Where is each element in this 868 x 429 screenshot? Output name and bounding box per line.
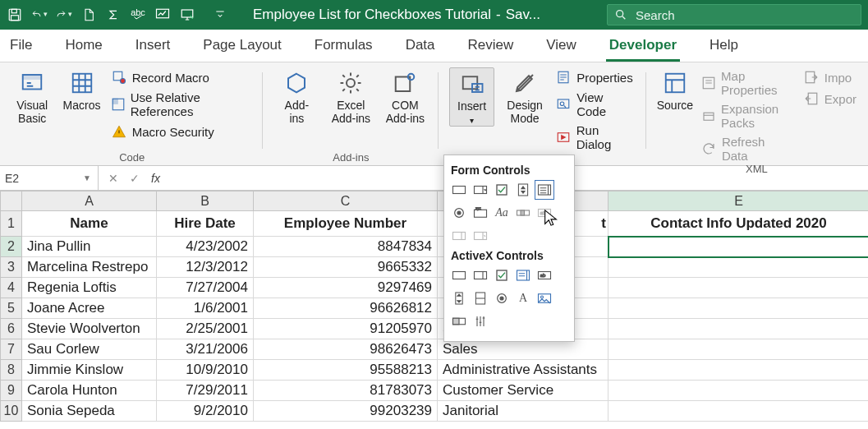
- cell[interactable]: 9297469: [254, 278, 438, 298]
- scrollbar-control-icon[interactable]: [515, 205, 531, 221]
- ax-image-icon[interactable]: [536, 290, 553, 307]
- table-row[interactable]: 5 Joane Acree 1/6/2001 96626812 Manageme…: [1, 298, 869, 319]
- cell[interactable]: Joane Acree: [22, 298, 157, 319]
- design-mode-button[interactable]: Design Mode: [503, 67, 547, 125]
- table-row[interactable]: 1 Name Hire Date Employee Number t Conta…: [1, 211, 869, 237]
- cell[interactable]: 4/23/2002: [157, 237, 254, 257]
- ax-toggle-icon[interactable]: [451, 313, 467, 330]
- tab-review[interactable]: Review: [465, 30, 517, 62]
- cell[interactable]: Janitorial: [438, 401, 609, 422]
- table-row[interactable]: 7 Sau Corlew 3/21/2006 98626473 Sales: [1, 339, 869, 360]
- table-row[interactable]: 8 Jimmie Kinslow 10/9/2010 95588213 Admi…: [1, 360, 869, 381]
- screen-icon[interactable]: [179, 7, 195, 23]
- macro-security-button[interactable]: Macro Security: [111, 123, 253, 140]
- chart-icon[interactable]: [154, 7, 171, 23]
- cell[interactable]: [609, 360, 869, 381]
- table-row[interactable]: 3 Marcelina Restrepo 12/3/2012 9665332: [1, 257, 869, 278]
- tab-file[interactable]: File: [7, 30, 35, 62]
- cell[interactable]: Jina Pullin: [22, 237, 157, 257]
- source-button[interactable]: Source: [657, 67, 693, 112]
- combobox-control-icon[interactable]: [472, 182, 489, 198]
- cell[interactable]: Administrative Assistants: [438, 360, 609, 381]
- cell[interactable]: 7/27/2004: [157, 278, 254, 298]
- cell[interactable]: 3/21/2006: [157, 339, 254, 360]
- search-box[interactable]: [607, 4, 861, 25]
- tab-home[interactable]: Home: [62, 30, 105, 62]
- row-header[interactable]: 3: [1, 257, 22, 278]
- search-input[interactable]: [634, 7, 854, 23]
- cell[interactable]: [609, 278, 869, 298]
- cell[interactable]: 8847834: [254, 237, 438, 257]
- header-cell[interactable]: Contact Info Updated 2020: [609, 211, 869, 237]
- row-header[interactable]: 4: [1, 278, 22, 298]
- label-control-icon[interactable]: Aa: [494, 205, 510, 221]
- name-box[interactable]: E2 ▼: [0, 166, 99, 190]
- col-header-e[interactable]: E: [609, 191, 869, 211]
- tab-developer[interactable]: Developer: [606, 30, 680, 62]
- cancel-icon[interactable]: ✕: [108, 172, 118, 185]
- col-header-b[interactable]: B: [157, 191, 254, 211]
- cell[interactable]: Jimmie Kinslow: [22, 360, 157, 381]
- tab-page-layout[interactable]: Page Layout: [200, 30, 284, 62]
- ax-more-controls-icon[interactable]: [472, 313, 489, 330]
- row-header[interactable]: 9: [1, 381, 22, 401]
- cell[interactable]: 7/29/2011: [157, 381, 254, 401]
- cell[interactable]: 96626812: [254, 298, 438, 319]
- run-dialog-button[interactable]: Run Dialog: [555, 123, 635, 151]
- groupbox-control-icon[interactable]: xyz: [472, 205, 489, 221]
- header-cell[interactable]: Name: [22, 211, 157, 237]
- undo-icon[interactable]: [31, 7, 48, 23]
- option-button-control-icon[interactable]: [451, 205, 467, 221]
- listbox-control-icon[interactable]: [536, 182, 553, 198]
- selected-cell[interactable]: [609, 237, 869, 257]
- fx-icon[interactable]: fx: [151, 172, 160, 185]
- cell[interactable]: 98626473: [254, 339, 438, 360]
- cell[interactable]: Stevie Woolverton: [22, 319, 157, 339]
- col-header-c[interactable]: C: [254, 191, 438, 211]
- ax-textbox-icon[interactable]: ab: [536, 267, 553, 284]
- tab-view[interactable]: View: [543, 30, 580, 62]
- insert-controls-dropdown[interactable]: Form Controls xyz Aa ab ActiveX Controls…: [443, 155, 575, 342]
- ax-checkbox-icon[interactable]: [494, 267, 510, 284]
- cell[interactable]: 91205970: [254, 319, 438, 339]
- new-file-icon[interactable]: [80, 7, 97, 23]
- autosum-icon[interactable]: [105, 7, 122, 23]
- cell[interactable]: 9/2/2010: [157, 401, 254, 422]
- properties-button[interactable]: Properties: [555, 69, 635, 85]
- cell[interactable]: [609, 257, 869, 278]
- cell[interactable]: 81783073: [254, 381, 438, 401]
- tab-formulas[interactable]: Formulas: [311, 30, 376, 62]
- cell[interactable]: Sales: [438, 339, 609, 360]
- select-all-corner[interactable]: [1, 191, 22, 211]
- spellcheck-icon[interactable]: abc: [130, 7, 146, 23]
- cell[interactable]: Marcelina Restrepo: [22, 257, 157, 278]
- redo-icon[interactable]: [56, 7, 72, 23]
- com-addins-button[interactable]: COM Add-ins: [382, 67, 428, 125]
- cell[interactable]: Carola Hunton: [22, 381, 157, 401]
- col-header-a[interactable]: A: [22, 191, 157, 211]
- row-header[interactable]: 5: [1, 298, 22, 319]
- ax-option-icon[interactable]: [494, 290, 510, 307]
- cell[interactable]: 12/3/2012: [157, 257, 254, 278]
- ax-spinbutton-icon[interactable]: [472, 290, 489, 307]
- table-row[interactable]: 10 Sonia Sepeda 9/2/2010 99203239 Janito…: [1, 401, 869, 422]
- row-header[interactable]: 7: [1, 339, 22, 360]
- record-macro-button[interactable]: Record Macro: [111, 69, 253, 85]
- cell[interactable]: [609, 319, 869, 339]
- ax-combobox-icon[interactable]: [472, 267, 489, 284]
- header-cell[interactable]: Hire Date: [157, 211, 254, 237]
- ax-listbox-icon[interactable]: [515, 267, 531, 284]
- addins-button[interactable]: Add- ins: [273, 67, 319, 125]
- ax-label-icon[interactable]: A: [515, 290, 531, 307]
- cell[interactable]: Customer Service: [438, 381, 609, 401]
- chevron-down-icon[interactable]: ▼: [83, 173, 91, 182]
- enter-icon[interactable]: ✓: [130, 172, 140, 185]
- row-header[interactable]: 10: [1, 401, 22, 422]
- cell[interactable]: 1/6/2001: [157, 298, 254, 319]
- table-row[interactable]: 2 Jina Pullin 4/23/2002 8847834: [1, 237, 869, 257]
- spinner-control-icon[interactable]: [515, 182, 531, 198]
- cell[interactable]: [609, 381, 869, 401]
- worksheet-grid[interactable]: A B C E 1 Name Hire Date Employee Number…: [0, 191, 868, 422]
- cell[interactable]: [609, 298, 869, 319]
- insert-button[interactable]: Insert▾: [449, 67, 494, 127]
